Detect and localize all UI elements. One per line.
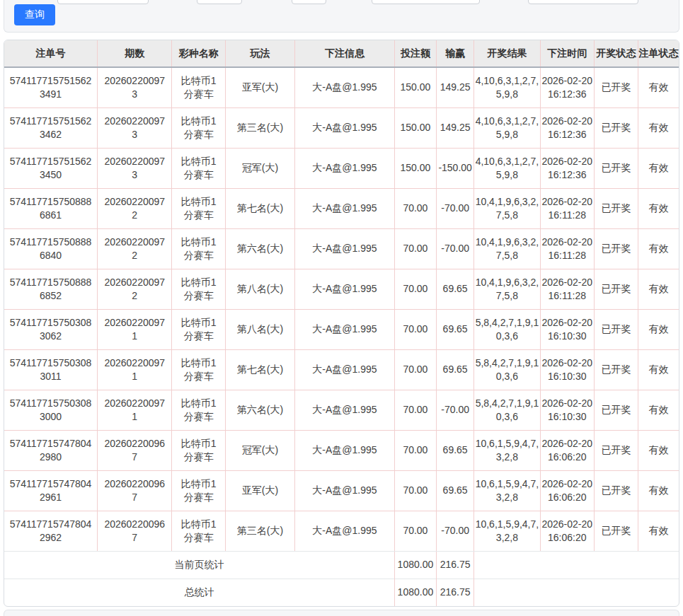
cell-period: 202602200972 bbox=[98, 188, 172, 228]
grand-total-summary-blank bbox=[474, 579, 679, 606]
bet-records-table: 注单号 期数 彩种名称 玩法 下注信息 投注额 输赢 开奖结果 下注时间 开奖状… bbox=[4, 40, 679, 606]
table-row: 5741177157515623462202602200973比特币1分赛车第三… bbox=[4, 107, 679, 148]
cell-bet-info: 大-A盘@1.995 bbox=[295, 188, 395, 228]
cell-bet-info: 大-A盘@1.995 bbox=[295, 430, 395, 470]
query-input-4[interactable] bbox=[372, 0, 480, 4]
table-body: 5741177157515623491202602200973比特币1分赛车亚军… bbox=[4, 67, 679, 551]
table-row: 5741177157478042961202602200967比特币1分赛车亚军… bbox=[4, 470, 679, 511]
cell-period: 202602200971 bbox=[98, 390, 172, 430]
cell-bet-info: 大-A盘@1.995 bbox=[295, 309, 395, 349]
cell-play-type: 亚军(大) bbox=[225, 470, 294, 511]
cell-bet-id: 5741177157478042980 bbox=[4, 430, 98, 470]
cell-bet-info: 大-A盘@1.995 bbox=[295, 228, 395, 269]
cell-bet-amount: 150.00 bbox=[394, 67, 436, 107]
cell-win-loss: 69.65 bbox=[437, 309, 474, 349]
current-page-summary-label: 当前页统计 bbox=[4, 551, 394, 579]
current-page-summary-blank bbox=[474, 551, 679, 579]
cell-bet-time: 2026-02-20 16:10:30 bbox=[540, 309, 594, 349]
col-header-win-loss: 输赢 bbox=[437, 40, 474, 67]
cell-draw-status: 已开奖 bbox=[594, 228, 638, 269]
cell-lottery-name: 比特币1分赛车 bbox=[172, 511, 225, 551]
table-row: 5741177157503083011202602200971比特币1分赛车第七… bbox=[4, 349, 679, 390]
cell-play-type: 第八名(大) bbox=[225, 269, 294, 309]
col-header-bet-amount: 投注额 bbox=[394, 40, 436, 67]
table-row: 5741177157515623450202602200973比特币1分赛车冠军… bbox=[4, 148, 679, 188]
cell-win-loss: 69.65 bbox=[437, 349, 474, 390]
cell-bet-status: 有效 bbox=[638, 430, 679, 470]
cell-bet-id: 5741177157515623450 bbox=[4, 148, 98, 188]
table-row: 5741177157508886852202602200972比特币1分赛车第八… bbox=[4, 269, 679, 309]
table-row: 5741177157508886840202602200972比特币1分赛车第六… bbox=[4, 228, 679, 269]
cell-draw-status: 已开奖 bbox=[594, 309, 638, 349]
cell-bet-info: 大-A盘@1.995 bbox=[295, 67, 395, 107]
cell-draw-status: 已开奖 bbox=[594, 269, 638, 309]
cell-draw-status: 已开奖 bbox=[594, 511, 638, 551]
cell-bet-amount: 70.00 bbox=[394, 511, 436, 551]
cell-bet-id: 5741177157503083000 bbox=[4, 390, 98, 430]
cell-bet-time: 2026-02-20 16:11:28 bbox=[540, 269, 594, 309]
query-input-2[interactable] bbox=[197, 0, 242, 4]
cell-bet-id: 5741177157503083062 bbox=[4, 309, 98, 349]
table-row: 5741177157508886861202602200972比特币1分赛车第七… bbox=[4, 188, 679, 228]
cell-period: 202602200967 bbox=[98, 430, 172, 470]
cell-bet-time: 2026-02-20 16:10:30 bbox=[540, 349, 594, 390]
col-header-bet-info: 下注信息 bbox=[295, 40, 395, 67]
cell-bet-amount: 70.00 bbox=[394, 349, 436, 390]
cell-play-type: 第三名(大) bbox=[225, 107, 294, 148]
grand-total-win-loss: 216.75 bbox=[437, 579, 474, 606]
col-header-lottery-name: 彩种名称 bbox=[172, 40, 225, 67]
cell-win-loss: 149.25 bbox=[437, 67, 474, 107]
table-row: 5741177157503083000202602200971比特币1分赛车第六… bbox=[4, 390, 679, 430]
cell-lottery-name: 比特币1分赛车 bbox=[172, 228, 225, 269]
cell-period: 202602200973 bbox=[98, 67, 172, 107]
cell-play-type: 第七名(大) bbox=[225, 349, 294, 390]
query-input-3[interactable] bbox=[292, 0, 326, 4]
current-page-total-win-loss: 216.75 bbox=[437, 551, 474, 579]
cell-bet-time: 2026-02-20 16:06:20 bbox=[540, 430, 594, 470]
cell-bet-info: 大-A盘@1.995 bbox=[295, 470, 395, 511]
cell-bet-time: 2026-02-20 16:06:20 bbox=[540, 511, 594, 551]
cell-bet-id: 5741177157515623491 bbox=[4, 67, 98, 107]
cell-lottery-name: 比特币1分赛车 bbox=[172, 430, 225, 470]
current-page-total-bet-amount: 1080.00 bbox=[394, 551, 436, 579]
cell-draw-result: 4,10,6,3,1,2,7,5,9,8 bbox=[474, 148, 540, 188]
cell-lottery-name: 比特币1分赛车 bbox=[172, 269, 225, 309]
cell-draw-result: 4,10,6,3,1,2,7,5,9,8 bbox=[474, 107, 540, 148]
cell-bet-id: 5741177157478042962 bbox=[4, 511, 98, 551]
cell-lottery-name: 比特币1分赛车 bbox=[172, 67, 225, 107]
cell-lottery-name: 比特币1分赛车 bbox=[172, 390, 225, 430]
cell-draw-result: 10,6,1,5,9,4,7,3,2,8 bbox=[474, 511, 540, 551]
cell-bet-status: 有效 bbox=[638, 269, 679, 309]
col-header-period: 期数 bbox=[98, 40, 172, 67]
cell-period: 202602200973 bbox=[98, 107, 172, 148]
cell-bet-time: 2026-02-20 16:11:28 bbox=[540, 228, 594, 269]
cell-draw-status: 已开奖 bbox=[594, 470, 638, 511]
cell-bet-status: 有效 bbox=[638, 349, 679, 390]
cell-draw-result: 10,4,1,9,6,3,2,7,5,8 bbox=[474, 269, 540, 309]
cell-draw-result: 5,8,4,2,7,1,9,10,3,6 bbox=[474, 349, 540, 390]
cell-bet-amount: 70.00 bbox=[394, 188, 436, 228]
cell-bet-time: 2026-02-20 16:12:36 bbox=[540, 67, 594, 107]
cell-bet-time: 2026-02-20 16:10:30 bbox=[540, 390, 594, 430]
cell-period: 202602200972 bbox=[98, 269, 172, 309]
header-row: 注单号 期数 彩种名称 玩法 下注信息 投注额 输赢 开奖结果 下注时间 开奖状… bbox=[4, 40, 679, 67]
cell-bet-info: 大-A盘@1.995 bbox=[295, 390, 395, 430]
cell-lottery-name: 比特币1分赛车 bbox=[172, 349, 225, 390]
query-input-5[interactable] bbox=[528, 0, 638, 4]
cell-play-type: 冠军(大) bbox=[225, 148, 294, 188]
cell-draw-status: 已开奖 bbox=[594, 188, 638, 228]
col-header-bet-status: 注单状态 bbox=[638, 40, 679, 67]
query-input-1[interactable] bbox=[57, 0, 149, 4]
grand-total-summary-label: 总统计 bbox=[4, 579, 394, 606]
cell-draw-status: 已开奖 bbox=[594, 349, 638, 390]
query-button[interactable]: 查询 bbox=[14, 4, 55, 25]
cell-draw-result: 5,8,4,2,7,1,9,10,3,6 bbox=[474, 390, 540, 430]
cell-bet-status: 有效 bbox=[638, 188, 679, 228]
cell-draw-result: 4,10,6,3,1,2,7,5,9,8 bbox=[474, 67, 540, 107]
cell-bet-status: 有效 bbox=[638, 309, 679, 349]
cell-bet-id: 5741177157508886840 bbox=[4, 228, 98, 269]
table-row: 5741177157478042962202602200967比特币1分赛车第三… bbox=[4, 511, 679, 551]
cell-win-loss: -70.00 bbox=[437, 228, 474, 269]
cell-draw-status: 已开奖 bbox=[594, 67, 638, 107]
cell-draw-status: 已开奖 bbox=[594, 390, 638, 430]
